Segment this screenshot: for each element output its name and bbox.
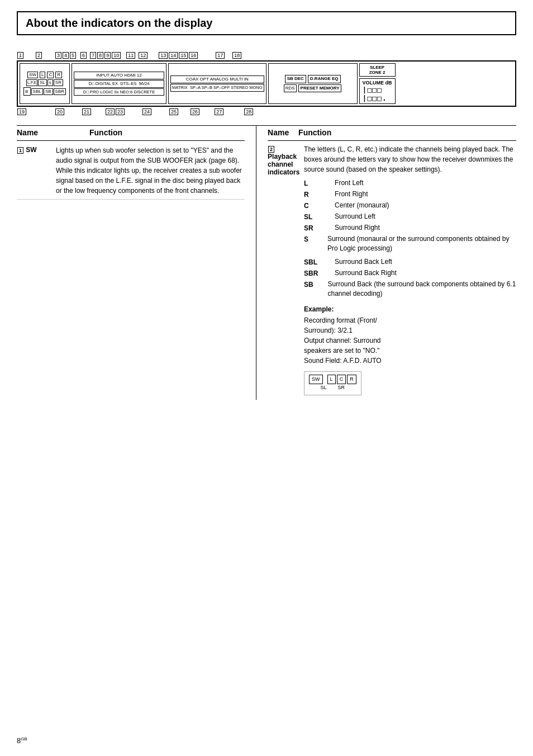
ch-func-SBL: Surround Back Left [335, 257, 392, 267]
ch-row-SBR: SBR Surround Back Right [304, 268, 516, 279]
coax-section: COAX OPT ANALOG MULTI IN MATRIX SP–A SP–… [168, 63, 266, 104]
preset-memory-label: PRESET MEMORY [298, 84, 342, 92]
right-col-header: Name Function [268, 126, 516, 141]
ex-r: R [347, 375, 356, 385]
right-column: Name Function 2 Playbackchannelindicator… [256, 126, 516, 400]
c-indicator: C [47, 72, 54, 78]
diag-num-13: 13 [159, 52, 168, 59]
ch-row-SBL: SBL Surround Back Left [304, 257, 516, 268]
ch-func-L: Front Left [335, 178, 363, 188]
sb-indicator: SB [44, 88, 53, 95]
left-function-header: Function [89, 128, 245, 137]
example-label: Example: [304, 304, 516, 314]
page-footer: 8GB [17, 736, 27, 745]
r-indicator: R [55, 72, 62, 78]
left-col-header: Name Function [17, 126, 245, 141]
ch-name-SB: SB [304, 280, 327, 299]
s-indicator: s [47, 79, 53, 86]
left-column: Name Function 1 SW Lights up when sub wo… [17, 126, 256, 400]
ch-name-S: S [304, 234, 327, 254]
ch-name-L: L [304, 178, 335, 188]
ch-name-SL: SL [304, 212, 335, 222]
diag-num-26: 26 [191, 108, 199, 115]
diag-num-10: 10 [112, 52, 121, 59]
input-row: INPUT AUTO HDMI 12 [74, 72, 164, 79]
digital-row: D□ DIGITAL EX DTS–ES 96/24 [74, 80, 164, 88]
display-diagram: 1 2 3 4 5 6 7 8 9 10 11 12 13 14 15 16 1… [17, 52, 516, 115]
diag-num-5: 5 [70, 52, 76, 59]
diag-num-7: 7 [90, 52, 96, 59]
ch-func-R: Front Right [335, 190, 368, 200]
sr-indicator: SR [54, 79, 63, 86]
lfe-indicator: L.F.E [26, 79, 37, 86]
ch-func-C: Center (monaural) [335, 201, 389, 211]
diag-num-27: 27 [215, 108, 223, 115]
sw-indicator: SW [27, 72, 38, 78]
diag-num-20: 20 [55, 108, 64, 115]
ch-row-R: R Front Right [304, 189, 516, 200]
diagram-top-numbers: 1 2 3 4 5 6 7 8 9 10 11 12 13 14 15 16 1… [17, 52, 516, 59]
example-content: Recording format (Front/Surround): 3/2.1… [304, 315, 516, 366]
diag-num-9: 9 [104, 52, 111, 59]
diag-num-3: 3 [55, 52, 61, 59]
diag-num-12: 12 [139, 52, 147, 59]
playback-intro: The letters (L, C, R, etc.) indicate the… [304, 144, 516, 174]
playback-name: Playbackchannelindicators [268, 153, 299, 176]
sleep-zone-indicator: SLEEP ZONE 2 [359, 63, 396, 77]
ex-c: C [337, 375, 346, 385]
diag-num-24: 24 [142, 108, 151, 115]
diag-num-21: 21 [82, 108, 91, 115]
content-area: Name Function 1 SW Lights up when sub wo… [17, 125, 516, 400]
ex-l: L [327, 375, 336, 385]
ch-func-SR: Surround Right [335, 223, 380, 233]
volume-indicator: VOLUME dB |□□□ |□□□. [359, 78, 396, 104]
ch-row-S: S Surround (monaural or the surround com… [304, 234, 516, 254]
left-name-header: Name [17, 128, 56, 137]
diag-num-14: 14 [169, 52, 178, 59]
ch-name-SBL: SBL [304, 257, 335, 267]
ch-name-R: R [304, 190, 335, 200]
ex-sw: SW [309, 375, 323, 385]
ch-name-SBR: SBR [304, 268, 335, 278]
right-name-header: Name [268, 128, 298, 137]
diag-num-11: 11 [126, 52, 135, 59]
diag-num-28: 28 [244, 108, 253, 115]
diag-num-4: 4 [63, 52, 69, 59]
entry-playback: 2 Playbackchannelindicators The letters … [268, 144, 516, 399]
ex-label-sl: SL [321, 384, 327, 392]
sw-function: Lights up when sub woofer selection is s… [56, 145, 245, 196]
ch-func-SB: Surround Back (the surround back compone… [327, 280, 516, 299]
channels-left-section: SW L C R L.F.E SL s SR ≡ SBL SB SBR [20, 63, 70, 104]
entry-num-1: 1 [17, 147, 23, 154]
sbl-indicator: SBL [31, 88, 43, 95]
sb-dec-label: SB DEC [285, 75, 306, 83]
rds-label: RDS [284, 84, 297, 92]
input-section: INPUT AUTO HDMI 12 D□ DIGITAL EX DTS–ES … [72, 63, 166, 104]
page-title: About the indicators on the display [17, 11, 516, 35]
ex-label-sr: SR [338, 384, 345, 392]
page-suffix: GB [21, 736, 27, 741]
hash-indicator: ≡ [23, 87, 31, 96]
diag-num-23: 23 [116, 108, 125, 115]
ch-name-SR: SR [304, 223, 335, 233]
volume-display-2: |□□□. [363, 94, 392, 102]
sb-drange-section: SB DEC D.RANGE EQ RDS PRESET MEMORY [268, 63, 358, 104]
ch-func-SL: Surround Left [335, 212, 375, 222]
l-indicator: L [40, 72, 45, 78]
diag-num-16: 16 [189, 52, 198, 59]
display-box: SW L C R L.F.E SL s SR ≡ SBL SB SBR [17, 60, 516, 107]
volume-display: |□□□ [363, 86, 392, 94]
ch-func-S: Surround (monaural or the surround compo… [327, 234, 516, 254]
diag-num-19: 19 [17, 108, 26, 115]
coax-row: COAX OPT ANALOG MULTI IN [170, 75, 264, 83]
right-function-header: Function [298, 128, 331, 137]
diag-num-22: 22 [106, 108, 115, 115]
example-line-1: Recording format (Front/Surround): 3/2.1… [304, 316, 382, 365]
ch-row-SL: SL Surround Left [304, 211, 516, 223]
ch-row-SB: SB Surround Back (the surround back comp… [304, 279, 516, 300]
prologic-row: D□ PRO LOGIC IIx NEO:6 DISCRETE [74, 88, 164, 96]
diag-num-1: 1 [17, 52, 23, 59]
ch-row-C: C Center (monaural) [304, 200, 516, 211]
diag-num-2: 2 [36, 52, 42, 59]
diag-num-8: 8 [97, 52, 103, 59]
